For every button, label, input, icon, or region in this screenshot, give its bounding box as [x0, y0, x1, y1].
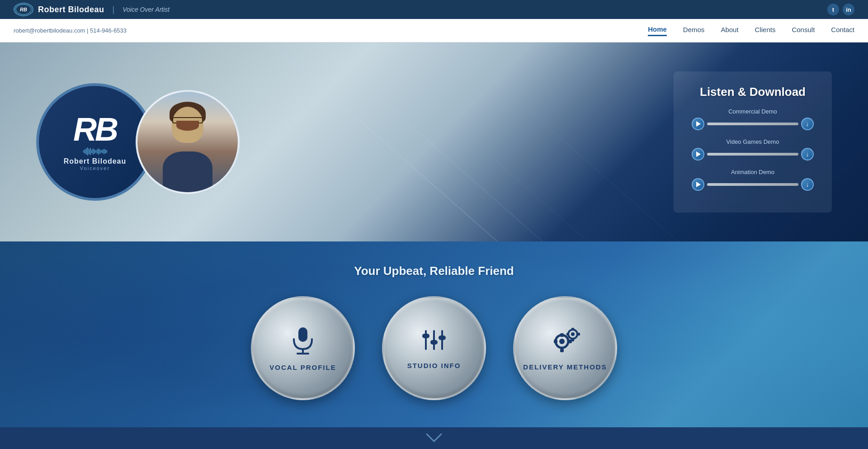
nav-bar: robert@robertbilodeau.com | 514-946-6533… — [0, 19, 868, 43]
twitter-icon[interactable]: t — [827, 4, 839, 15]
svg-rect-18 — [560, 349, 564, 352]
demo-label-commercial: Commercial Demo — [692, 108, 814, 115]
nav-contact[interactable]: Contact — [831, 26, 854, 35]
svg-text:RB: RB — [20, 7, 27, 12]
svg-line-4 — [362, 43, 588, 241]
circles-row: VOCAL PROFILE STUDIO INFO — [0, 296, 868, 400]
nav-consult[interactable]: Consult — [792, 26, 815, 35]
person-body — [163, 151, 212, 192]
vocal-profile-label: VOCAL PROFILE — [269, 364, 336, 371]
name-separator: | — [113, 5, 115, 14]
nav-home[interactable]: Home — [648, 25, 667, 36]
bottom-strip — [0, 427, 868, 449]
site-name: Robert Bilodeau — [38, 5, 104, 14]
svg-rect-23 — [571, 328, 574, 331]
svg-line-2 — [271, 43, 497, 241]
gears-icon — [549, 326, 581, 358]
svg-rect-19 — [554, 340, 557, 343]
social-links: t in — [827, 4, 854, 15]
brand-logo: RB Robert Bilodeau | Voice Over Artist — [14, 3, 170, 16]
hero-branding: RB Robert B — [36, 83, 240, 201]
play-button-videogames[interactable] — [692, 148, 704, 161]
audio-bar-commercial: ↓ — [692, 118, 814, 130]
download-icon-commercial: ↓ — [806, 121, 809, 127]
vocal-profile-button[interactable]: VOCAL PROFILE — [251, 296, 355, 400]
progress-track-commercial[interactable] — [707, 123, 798, 125]
download-icon-animation: ↓ — [806, 181, 809, 188]
audio-bar-animation: ↓ — [692, 178, 814, 191]
svg-rect-14 — [439, 336, 446, 340]
logo-icon: RB — [14, 3, 33, 16]
hero-section: RB Robert B — [0, 43, 868, 241]
tagline: Your Upbeat, Reliable Friend — [0, 264, 868, 278]
demo-item-videogames: Video Games Demo ↓ — [692, 138, 814, 161]
phone: 514-946-6533 — [90, 27, 127, 34]
svg-rect-20 — [568, 340, 572, 343]
svg-rect-12 — [422, 334, 429, 338]
person-head — [172, 107, 203, 143]
wave-decoration — [83, 147, 107, 156]
audio-bar-videogames: ↓ — [692, 148, 814, 161]
contact-sep: | — [87, 27, 88, 34]
microphone-icon — [290, 326, 316, 358]
play-icon-animation — [696, 182, 701, 187]
delivery-methods-label: DELIVERY METHODS — [523, 363, 607, 371]
listen-title: Listen & Download — [692, 85, 814, 99]
logo-name: Robert Bilodeau — [64, 157, 127, 165]
studio-info-button[interactable]: STUDIO INFO — [382, 296, 486, 400]
nav-about[interactable]: About — [721, 26, 738, 35]
download-button-animation[interactable]: ↓ — [801, 178, 814, 191]
download-button-commercial[interactable]: ↓ — [801, 118, 814, 130]
demo-item-commercial: Commercial Demo ↓ — [692, 108, 814, 130]
svg-rect-17 — [560, 333, 564, 337]
progress-track-animation[interactable] — [707, 183, 798, 186]
play-button-commercial[interactable] — [692, 118, 704, 130]
play-button-animation[interactable] — [692, 178, 704, 191]
delivery-methods-button[interactable]: DELIVERY METHODS — [513, 296, 617, 400]
svg-point-16 — [559, 339, 565, 344]
svg-point-22 — [571, 332, 575, 336]
contact-info: robert@robertbilodeau.com | 514-946-6533 — [14, 27, 127, 34]
site-subtitle: Voice Over Artist — [123, 6, 170, 13]
logo-rb-text: RB — [73, 113, 117, 146]
nav-demos[interactable]: Demos — [683, 26, 705, 35]
listen-download-panel: Listen & Download Commercial Demo ↓ Vide… — [674, 71, 832, 213]
scroll-down-indicator — [425, 432, 443, 445]
svg-rect-25 — [566, 333, 569, 336]
svg-line-5 — [452, 43, 678, 241]
download-icon-videogames: ↓ — [806, 151, 809, 157]
profile-photo — [136, 90, 240, 194]
progress-track-videogames[interactable] — [707, 153, 798, 156]
demo-label-animation: Animation Demo — [692, 169, 814, 175]
svg-line-3 — [316, 43, 542, 241]
svg-rect-6 — [298, 327, 307, 342]
person-silhouette — [137, 92, 238, 192]
email: robert@robertbilodeau.com — [14, 27, 85, 34]
demo-label-videogames: Video Games Demo — [692, 138, 814, 145]
svg-rect-13 — [430, 340, 438, 345]
demo-item-animation: Animation Demo ↓ — [692, 169, 814, 191]
studio-info-label: STUDIO INFO — [407, 362, 461, 369]
nav-clients[interactable]: Clients — [755, 26, 776, 35]
linkedin-icon[interactable]: in — [843, 4, 854, 15]
main-nav: Home Demos About Clients Consult Contact — [648, 25, 854, 36]
logo-vo: Voiceover — [80, 165, 110, 171]
play-icon-commercial — [696, 121, 701, 127]
play-icon-videogames — [696, 151, 701, 157]
download-button-videogames[interactable]: ↓ — [801, 148, 814, 161]
mixer-icon — [420, 327, 448, 356]
top-bar: RB Robert Bilodeau | Voice Over Artist t… — [0, 0, 868, 19]
svg-rect-26 — [577, 333, 580, 336]
middle-section: Your Upbeat, Reliable Friend VOCAL PROFI… — [0, 241, 868, 427]
person-beard — [176, 121, 199, 131]
svg-rect-24 — [571, 339, 574, 341]
